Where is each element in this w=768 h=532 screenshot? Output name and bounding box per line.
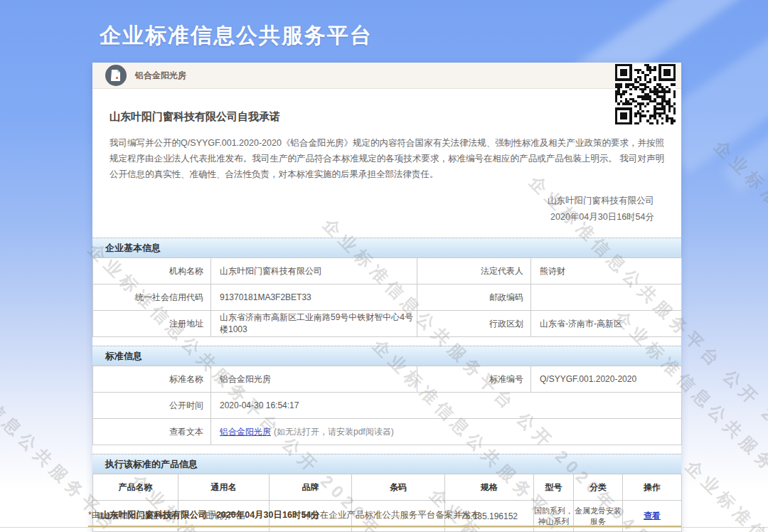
document-icon xyxy=(105,65,127,86)
col-category: 分类 xyxy=(574,474,623,501)
section-heading-standard-info: 标准信息 xyxy=(92,346,681,366)
col-action: 操作 xyxy=(623,474,682,501)
section-heading-product-info: 执行该标准的产品信息 xyxy=(92,454,681,474)
table-row: 公开时间 2020-04-30 16:54:17 xyxy=(93,393,682,419)
background-streak xyxy=(722,48,768,194)
col-barcode: 条码 xyxy=(352,474,445,501)
label-view-text: 查看文本 xyxy=(93,419,211,445)
document-card: 铝合金阳光房 山东叶阳门窗科技有限公司自我承诺 我司编写并公开的Q/SYYGF.… xyxy=(92,63,681,532)
label-legal-rep: 法定代表人 xyxy=(417,258,531,284)
basic-info-table: 机构名称 山东叶阳门窗科技有限公司 法定代表人 熊诗财 统一社会信用代码 913… xyxy=(92,257,682,337)
label-standard-number: 标准编号 xyxy=(417,366,531,393)
commitment-body: 我司编写并公开的Q/SYYGF.001.2020-2020《铝合金阳光房》规定的… xyxy=(110,136,664,183)
footnote-suffix: 在企业产品标准公共服务平台备案并发布 xyxy=(320,510,480,520)
signature-block: 山东叶阳门窗科技有限公司 2020年04月30日16时54分 xyxy=(92,193,654,227)
standard-info-table: 标准名称 铝合金阳光房 标准编号 Q/SYYGF.001.2020-2020 公… xyxy=(92,366,682,445)
footnote-prefix: *由 xyxy=(88,510,100,520)
standard-badge-label: 铝合金阳光房 xyxy=(135,70,186,82)
footnote-datetime: 2020年04月30日16时54分 xyxy=(216,510,320,520)
label-publish-time: 公开时间 xyxy=(93,393,211,419)
col-model: 型号 xyxy=(534,474,574,501)
value-postal-code xyxy=(531,284,682,311)
label-org-name: 机构名称 xyxy=(93,258,211,284)
view-text-cell: 铝合金阳光房(如无法打开，请安装pdf阅读器) xyxy=(211,419,682,445)
footnote-mid: 于 xyxy=(207,510,216,520)
col-spec: 规格 xyxy=(445,474,534,501)
filing-footnote: *由山东叶阳门窗科技有限公司于2020年04月30日16时54分在企业产品标准公… xyxy=(88,509,681,527)
value-org-name: 山东叶阳门窗科技有限公司 xyxy=(211,258,417,284)
qr-code xyxy=(615,64,676,124)
value-publish-time: 2020-04-30 16:54:17 xyxy=(211,393,682,419)
product-table-header-row: 产品名称 通用名 品牌 条码 规格 型号 分类 操作 xyxy=(93,474,682,501)
page-bottom-divider xyxy=(0,527,768,528)
platform-title: 企业标准信息公共服务平台 xyxy=(100,21,373,50)
table-row: 注册地址 山东省济南市高新区工业南路59号中铁财智中心4号楼1003 行政区划 … xyxy=(93,311,682,337)
col-brand: 品牌 xyxy=(270,474,352,501)
label-standard-name: 标准名称 xyxy=(93,366,211,393)
section-heading-basic-info: 企业基本信息 xyxy=(92,238,681,257)
signature-date: 2020年04月30日16时54分 xyxy=(92,209,654,226)
value-registered-address: 山东省济南市高新区工业南路59号中铁财智中心4号楼1003 xyxy=(211,311,417,337)
footnote-company: 山东叶阳门窗科技有限公司 xyxy=(100,510,207,520)
value-standard-name: 铝合金阳光房 xyxy=(211,366,417,393)
standard-pdf-link[interactable]: 铝合金阳光房 xyxy=(220,427,271,437)
label-registered-address: 注册地址 xyxy=(93,311,211,337)
table-row: 机构名称 山东叶阳门窗科技有限公司 法定代表人 熊诗财 xyxy=(93,258,682,284)
label-credit-code: 统一社会信用代码 xyxy=(93,284,211,311)
table-row: 统一社会信用代码 91370181MA3F2BET33 邮政编码 xyxy=(93,284,682,311)
value-standard-number: Q/SYYGF.001.2020-2020 xyxy=(531,366,682,393)
label-postal-code: 邮政编码 xyxy=(417,284,531,311)
table-row: 标准名称 铝合金阳光房 标准编号 Q/SYYGF.001.2020-2020 xyxy=(93,366,682,393)
document-card-header: 铝合金阳光房 xyxy=(92,63,681,89)
watermark-text: 企业标准信息公共服务平台 公开 2020年04月30日16时54分 xyxy=(681,455,768,532)
commitment-title: 山东叶阳门窗科技有限公司自我承诺 xyxy=(110,110,664,124)
value-legal-rep: 熊诗财 xyxy=(531,258,682,284)
signature-company: 山东叶阳门窗科技有限公司 xyxy=(92,193,654,210)
value-admin-division: 山东省-济南市-高新区 xyxy=(531,311,682,337)
label-admin-division: 行政区划 xyxy=(417,311,531,337)
value-credit-code: 91370181MA3F2BET33 xyxy=(211,284,417,311)
col-product-name: 产品名称 xyxy=(93,474,178,501)
col-generic-name: 通用名 xyxy=(178,474,270,501)
pdf-reader-note: (如无法打开，请安装pdf阅读器) xyxy=(274,427,394,437)
watermark-text: 企业标准信息公共服务平台 公开 2020年04月30日16时54分 xyxy=(709,135,768,532)
table-row: 查看文本 铝合金阳光房(如无法打开，请安装pdf阅读器) xyxy=(93,419,682,445)
